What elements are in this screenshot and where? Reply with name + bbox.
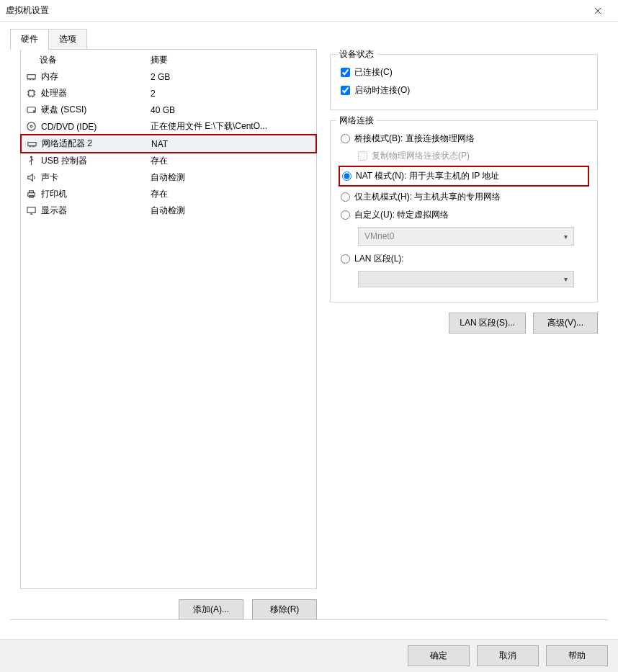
device-row-hdd[interactable]: 硬盘 (SCSI) 40 GB	[21, 102, 316, 118]
device-summary: 自动检测	[151, 205, 312, 217]
svg-rect-11	[27, 207, 35, 213]
device-summary: 2 GB	[151, 72, 312, 82]
connect-poweron-checkbox[interactable]	[341, 86, 350, 95]
device-summary: 存在	[151, 188, 312, 200]
device-name: CD/DVD (IDE)	[41, 122, 97, 132]
connect-poweron-label: 启动时连接(O)	[354, 84, 410, 97]
svg-point-4	[27, 122, 35, 130]
help-button[interactable]: 帮助	[546, 645, 608, 666]
custom-radio[interactable]	[341, 210, 350, 220]
close-button[interactable]	[583, 1, 612, 21]
connect-poweron-checkbox-row[interactable]: 启动时连接(O)	[341, 81, 587, 99]
device-name: 处理器	[41, 87, 67, 99]
device-row-sound[interactable]: 声卡 自动检测	[21, 169, 316, 186]
device-status-group: 设备状态 已连接(C) 启动时连接(O)	[330, 54, 598, 110]
memory-icon	[25, 71, 37, 83]
custom-vmnet-combo: VMnet0 ▾	[358, 227, 574, 246]
lan-segments-button[interactable]: LAN 区段(S)...	[449, 313, 526, 333]
device-row-cpu[interactable]: 处理器 2	[21, 85, 316, 102]
tab-content: 设备 摘要 内存 2 GB 处理器 2 硬盘 (SCSI) 40 GB CD/D…	[10, 50, 608, 620]
hostonly-label: 仅主机模式(H): 与主机共享的专用网络	[354, 191, 501, 203]
advanced-button[interactable]: 高级(V)...	[533, 313, 598, 333]
svg-rect-9	[29, 191, 33, 193]
svg-rect-0	[27, 75, 35, 79]
network-connection-legend: 网络连接	[336, 115, 377, 127]
dialog-footer: 确定 取消 帮助	[0, 639, 618, 672]
device-summary: 2	[151, 89, 312, 99]
cpu-icon	[25, 88, 37, 99]
hardware-list-pane: 设备 摘要 内存 2 GB 处理器 2 硬盘 (SCSI) 40 GB CD/D…	[20, 50, 317, 620]
chevron-down-icon: ▾	[564, 275, 568, 283]
connected-checkbox[interactable]	[341, 68, 350, 77]
nat-radio-row[interactable]: NAT 模式(N): 用于共享主机的 IP 地址	[339, 166, 589, 187]
device-name: 显示器	[41, 205, 67, 217]
device-summary: NAT	[151, 139, 311, 149]
remove-device-button[interactable]: 移除(R)	[252, 599, 317, 620]
nat-label: NAT 模式(N): 用于共享主机的 IP 地址	[356, 170, 499, 182]
replicate-label: 复制物理网络连接状态(P)	[372, 150, 470, 162]
tab-options[interactable]: 选项	[48, 29, 87, 50]
device-name: 网络适配器 2	[42, 138, 92, 150]
svg-rect-1	[28, 91, 34, 97]
device-row-memory[interactable]: 内存 2 GB	[21, 68, 316, 85]
device-summary: 自动检测	[151, 171, 312, 184]
network-icon	[26, 138, 37, 150]
tab-hardware[interactable]: 硬件	[10, 29, 49, 50]
display-icon	[25, 205, 37, 217]
header-summary: 摘要	[151, 55, 168, 65]
bridged-radio-row[interactable]: 桥接模式(B): 直接连接物理网络	[341, 130, 587, 148]
lan-segment-label: LAN 区段(L):	[354, 253, 404, 265]
titlebar: 虚拟机设置	[0, 0, 618, 22]
printer-icon	[25, 189, 37, 200]
hostonly-radio[interactable]	[341, 192, 350, 202]
usb-icon	[25, 156, 37, 167]
ok-button[interactable]: 确定	[408, 645, 470, 666]
device-summary: 正在使用文件 E:\下载\CentO...	[151, 120, 312, 133]
svg-point-7	[30, 156, 32, 158]
lan-segment-combo: ▾	[358, 271, 574, 287]
bridged-radio[interactable]	[341, 134, 350, 143]
device-list-header: 设备 摘要	[21, 50, 316, 68]
header-device: 设备	[40, 54, 57, 66]
device-row-display[interactable]: 显示器 自动检测	[21, 202, 316, 219]
cancel-button[interactable]: 取消	[477, 645, 539, 666]
connected-checkbox-row[interactable]: 已连接(C)	[341, 63, 587, 81]
device-row-cddvd[interactable]: CD/DVD (IDE) 正在使用文件 E:\下载\CentO...	[21, 118, 316, 135]
cd-icon	[25, 121, 37, 133]
tab-baseline	[10, 619, 608, 620]
device-status-legend: 设备状态	[336, 48, 377, 61]
device-listbox[interactable]: 设备 摘要 内存 2 GB 处理器 2 硬盘 (SCSI) 40 GB CD/D…	[20, 49, 317, 589]
replicate-checkbox	[358, 151, 367, 161]
hostonly-radio-row[interactable]: 仅主机模式(H): 与主机共享的专用网络	[341, 188, 587, 206]
device-list-buttons: 添加(A)... 移除(R)	[20, 599, 317, 620]
device-name: 打印机	[41, 188, 67, 200]
custom-radio-row[interactable]: 自定义(U): 特定虚拟网络	[341, 206, 587, 224]
device-row-printer[interactable]: 打印机 存在	[21, 186, 316, 202]
network-connection-group: 网络连接 桥接模式(B): 直接连接物理网络 复制物理网络连接状态(P) NAT…	[330, 120, 598, 303]
lan-segment-radio[interactable]	[341, 254, 350, 264]
device-detail-pane: 设备状态 已连接(C) 启动时连接(O) 网络连接 桥接模式(B): 直接连接物…	[330, 50, 598, 620]
detail-buttons: LAN 区段(S)... 高级(V)...	[330, 313, 598, 333]
svg-point-5	[30, 125, 32, 127]
device-name: 硬盘 (SCSI)	[41, 104, 86, 116]
device-row-usb[interactable]: USB 控制器 存在	[21, 153, 316, 169]
sound-icon	[25, 172, 37, 184]
bridged-label: 桥接模式(B): 直接连接物理网络	[354, 133, 475, 145]
device-summary: 40 GB	[151, 105, 312, 115]
svg-rect-6	[27, 143, 35, 146]
device-name: USB 控制器	[41, 155, 87, 167]
custom-label: 自定义(U): 特定虚拟网络	[354, 209, 449, 221]
hdd-icon	[25, 104, 37, 116]
connected-label: 已连接(C)	[354, 66, 393, 79]
nat-radio[interactable]	[342, 171, 351, 181]
tabstrip: 硬件 选项 设备 摘要 内存 2 GB 处理器 2 硬盘 (SCSI	[10, 29, 608, 620]
close-icon	[594, 7, 601, 14]
chevron-down-icon: ▾	[564, 233, 568, 241]
svg-point-3	[33, 111, 35, 112]
custom-vmnet-value: VMnet0	[364, 231, 394, 241]
device-summary: 存在	[151, 155, 312, 167]
add-device-button[interactable]: 添加(A)...	[179, 599, 243, 620]
device-row-network[interactable]: 网络适配器 2 NAT	[20, 134, 317, 153]
lan-segment-radio-row[interactable]: LAN 区段(L):	[341, 250, 587, 268]
device-name: 声卡	[41, 171, 58, 184]
